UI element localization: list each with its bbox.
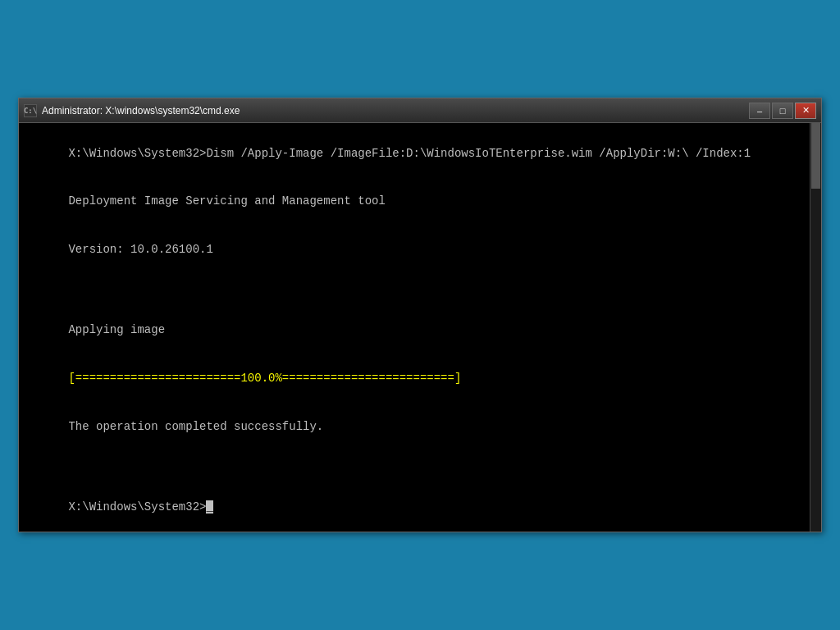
close-button[interactable]: ✕ [795, 103, 816, 119]
window-title: Administrator: X:\windows\system32\cmd.e… [42, 105, 240, 116]
title-bar: C:\ Administrator: X:\windows\system32\c… [19, 98, 821, 123]
title-bar-left: C:\ Administrator: X:\windows\system32\c… [24, 104, 240, 117]
scrollbar-thumb[interactable] [811, 123, 820, 189]
cmd-window: C:\ Administrator: X:\windows\system32\c… [18, 98, 822, 532]
window-controls: – □ ✕ [749, 103, 816, 119]
progress-bar: [========================100.0%=========… [68, 372, 461, 385]
success-message: The operation completed successfully. [68, 420, 323, 433]
dism-version: Version: 10.0.26100.1 [68, 243, 212, 256]
minimize-button[interactable]: – [749, 103, 770, 119]
scrollbar[interactable] [810, 123, 821, 532]
maximize-button[interactable]: □ [772, 103, 793, 119]
applying-image: Applying image [68, 323, 165, 336]
terminal-output: X:\Windows\System32>Dism /Apply-Image /I… [27, 130, 813, 532]
window-icon: C:\ [24, 104, 37, 117]
terminal-content[interactable]: X:\Windows\System32>Dism /Apply-Image /I… [19, 123, 821, 532]
command-line: X:\Windows\System32>Dism /Apply-Image /I… [68, 147, 751, 160]
final-prompt: X:\Windows\System32>_ [68, 500, 212, 514]
dism-title: Deployment Image Servicing and Managemen… [68, 194, 385, 208]
